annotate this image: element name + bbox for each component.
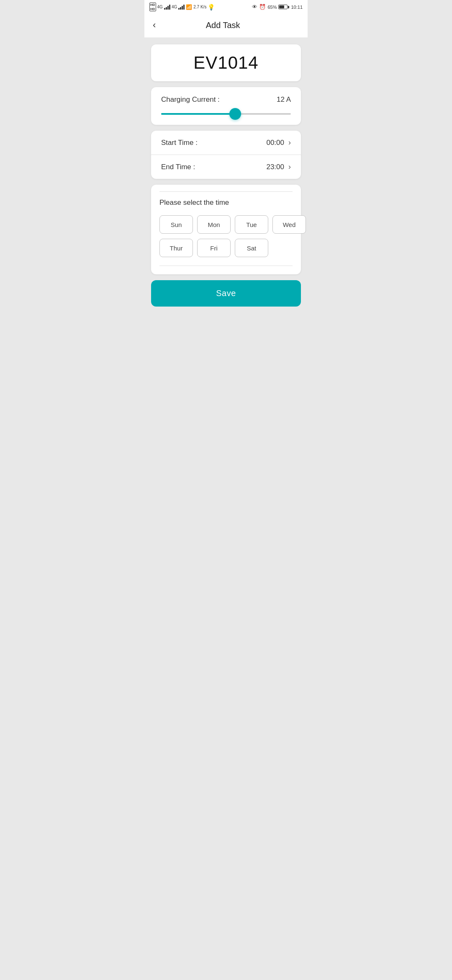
days-row-1: Sun Mon Tue Wed: [159, 215, 293, 234]
end-time-label: End Time :: [161, 163, 195, 171]
days-grid: Sun Mon Tue Wed Thur Fri Sat: [159, 215, 293, 257]
signal-bar2-1: [178, 8, 180, 10]
ev-id-value: EV1014: [193, 53, 258, 72]
charging-current-label: Charging Current :: [161, 95, 220, 104]
main-content: EV1014 Charging Current : 12 A Start Tim…: [144, 38, 308, 313]
start-time-label: Start Time :: [161, 139, 198, 147]
day-button-sat[interactable]: Sat: [235, 239, 268, 257]
day-button-fri[interactable]: Fri: [197, 239, 231, 257]
eye-icon: 👁: [252, 4, 257, 10]
status-left: HDHD 4G 4G 📶 2.7 K/s 💡: [149, 3, 215, 11]
start-time-row[interactable]: Start Time : 00:00 ›: [151, 131, 301, 155]
battery-icon: [278, 5, 289, 9]
hd-badge: HDHD: [149, 3, 156, 11]
save-button[interactable]: Save: [151, 280, 301, 307]
day-selection-prompt: Please select the time: [159, 199, 293, 207]
charging-slider-container[interactable]: [161, 111, 291, 116]
header: ‹ Add Task: [144, 13, 308, 38]
back-button[interactable]: ‹: [153, 18, 159, 32]
day-button-wed[interactable]: Wed: [272, 215, 306, 234]
battery-fill: [279, 5, 284, 8]
charging-current-value: 12 A: [277, 95, 291, 104]
start-time-value-container: 00:00 ›: [266, 138, 291, 147]
battery-percent: 65%: [267, 5, 277, 10]
end-time-row[interactable]: End Time : 23:00 ›: [151, 155, 301, 179]
signal-bar2-4: [183, 5, 185, 10]
end-time-chevron-icon: ›: [288, 162, 291, 171]
day-card-bottom-divider: [159, 266, 293, 266]
status-right: 👁 ⏰ 65% 10:11: [252, 4, 303, 10]
time-card: Start Time : 00:00 › End Time : 23:00 ›: [151, 131, 301, 179]
wifi-icon: 📶: [186, 4, 192, 10]
signal-bars-2: [178, 5, 185, 10]
slider-thumb[interactable]: [229, 108, 241, 120]
charging-header: Charging Current : 12 A: [161, 95, 291, 104]
end-time-value-container: 23:00 ›: [266, 162, 291, 171]
network-type: 4G: [157, 5, 163, 9]
end-time-value: 23:00: [266, 163, 284, 171]
signal-bar2-3: [182, 6, 183, 10]
start-time-value: 00:00: [266, 139, 284, 147]
notification-icon: 💡: [208, 4, 215, 10]
day-button-sun[interactable]: Sun: [159, 215, 193, 234]
day-button-thur[interactable]: Thur: [159, 239, 193, 257]
signal-bar2-2: [180, 7, 181, 10]
page-title: Add Task: [159, 21, 287, 30]
signal-bar-3: [167, 6, 169, 10]
signal-bars: [164, 5, 170, 10]
status-bar: HDHD 4G 4G 📶 2.7 K/s 💡 👁 ⏰ 65% 10:11: [144, 0, 308, 13]
slider-fill: [161, 113, 235, 115]
speed-indicator: 2.7 K/s: [193, 5, 206, 9]
day-button-mon[interactable]: Mon: [197, 215, 231, 234]
signal-bar-2: [166, 7, 167, 10]
battery-body: [278, 5, 288, 9]
days-row-2: Thur Fri Sat: [159, 239, 293, 257]
signal-bar-4: [169, 5, 170, 10]
network-type-2: 4G: [172, 5, 177, 9]
ev-id-card: EV1014: [151, 44, 301, 81]
charging-current-card: Charging Current : 12 A: [151, 87, 301, 125]
signal-bar-1: [164, 8, 165, 10]
day-card-top-divider: [159, 191, 293, 192]
start-time-chevron-icon: ›: [288, 138, 291, 147]
day-button-tue[interactable]: Tue: [235, 215, 268, 234]
day-selection-card: Please select the time Sun Mon Tue Wed T…: [151, 185, 301, 274]
alarm-icon: ⏰: [259, 4, 266, 10]
battery-tip: [288, 6, 289, 8]
clock-time: 10:11: [291, 5, 303, 10]
slider-track: [161, 113, 291, 115]
